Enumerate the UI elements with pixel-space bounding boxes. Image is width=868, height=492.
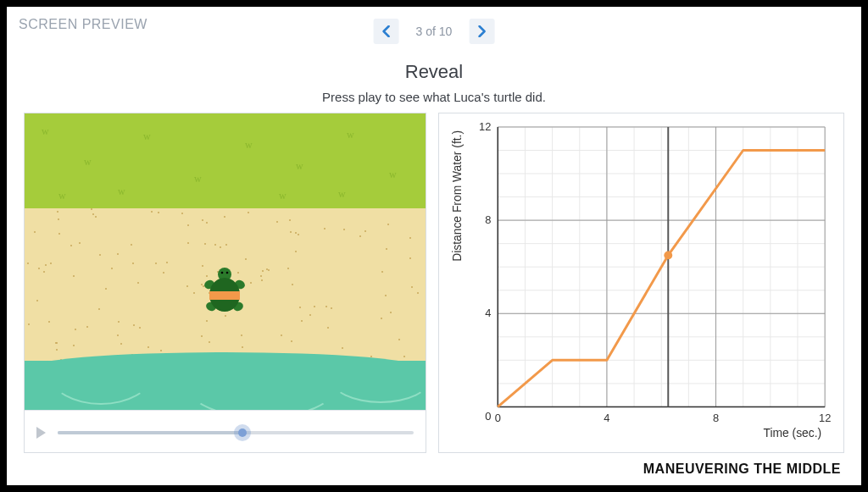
scrubber-fill [58, 431, 242, 434]
screen-preview-label: SCREEN PREVIEW [19, 17, 147, 32]
chart-svg: 0481248120Time (sec.)Distance From Water… [442, 117, 837, 447]
page-indicator: 3 of 10 [416, 25, 453, 38]
x-tick-label: 8 [713, 412, 719, 424]
svg-point-8 [226, 272, 229, 274]
scrubber-track[interactable] [58, 431, 414, 434]
y-tick-label: 12 [479, 120, 491, 133]
chart-panel: 0481248120Time (sec.)Distance From Water… [438, 113, 844, 453]
pager: 3 of 10 [374, 19, 495, 44]
turtle-icon [199, 266, 250, 320]
x-axis-label: Time (sec.) [763, 426, 821, 439]
svg-rect-6 [209, 291, 240, 300]
water-area [25, 361, 426, 410]
app-frame: SCREEN PREVIEW 3 of 10 Reveal Press play… [0, 0, 868, 492]
svg-point-7 [221, 272, 224, 274]
prev-button[interactable] [374, 19, 399, 44]
scrubber-thumb[interactable] [234, 424, 251, 441]
origin-label: 0 [485, 410, 491, 423]
play-button[interactable] [36, 427, 46, 439]
animation-canvas: w w w w w w w w w w w w [25, 113, 426, 410]
grass-area: w w w w w w w w w w w w [25, 113, 426, 212]
animation-panel: w w w w w w w w w w w w [24, 113, 426, 453]
brand-footer: MANEUVERING THE MIDDLE [643, 462, 841, 477]
chart-marker [664, 251, 672, 259]
x-tick-label: 12 [819, 412, 831, 424]
page-subtitle: Press play to see what Luca's turtle did… [19, 90, 849, 104]
chevron-left-icon [382, 25, 391, 37]
page-title: Reveal [19, 61, 849, 83]
y-tick-label: 8 [485, 213, 491, 226]
playback-controls [25, 410, 426, 454]
x-tick-label: 4 [604, 412, 609, 424]
y-tick-label: 4 [485, 307, 491, 319]
y-axis-label: Distance From Water (ft.) [450, 130, 464, 262]
next-button[interactable] [469, 19, 494, 44]
chevron-right-icon [477, 25, 486, 37]
x-tick-label: 0 [495, 412, 501, 424]
